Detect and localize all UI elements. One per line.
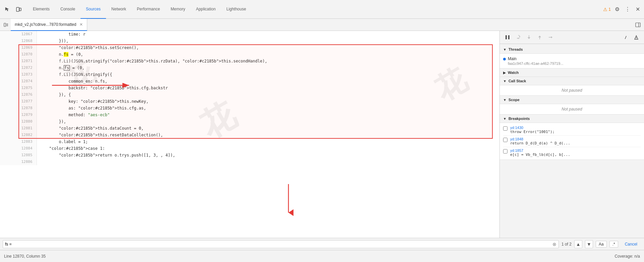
table-row: 12870 n.fs = (0,	[0, 51, 499, 58]
file-tab-mkd[interactable]: mkd_v2.js?cdnve...7870:formatted ✕	[11, 19, 87, 31]
settings-icon[interactable]: ⚙	[613, 5, 621, 14]
step-button[interactable]	[546, 33, 555, 42]
breakpoint-checkbox[interactable]	[503, 138, 507, 142]
inspect-element-button[interactable]	[3, 5, 12, 14]
line-number: 12867	[0, 31, 37, 38]
resume-button[interactable]	[503, 33, 512, 42]
threads-header[interactable]: ▼ Threads	[500, 45, 644, 54]
tab-network[interactable]: Network	[106, 0, 131, 19]
search-bar: ⊗ 1 of 2 ▲ ▼ Aa .* Cancel	[0, 238, 644, 250]
pause-on-exceptions-button[interactable]	[632, 33, 641, 42]
code-scroll[interactable]: 12867 time: r12868 })),12869 "color:#c21…	[0, 31, 499, 238]
step-over-button[interactable]	[514, 33, 523, 42]
svg-rect-0	[16, 7, 19, 11]
line-content: common_en: n.fs,	[37, 78, 499, 85]
breakpoints-header[interactable]: ▼ Breakpoints	[500, 115, 644, 123]
line-content: }), {	[37, 91, 499, 98]
scope-expand-icon: ▼	[503, 98, 506, 102]
table-row: 12881 "color:#c2185b">this.dataCount = 0…	[0, 125, 499, 132]
top-bar: Elements Console Sources Network Perform…	[0, 0, 644, 19]
close-devtools-icon[interactable]: ✕	[634, 5, 641, 14]
breakpoint-checkbox[interactable]	[503, 126, 507, 131]
scope-content: Not paused	[500, 104, 644, 115]
main-thread-item: Main faa1c947-cffc-41ae-a462-79719...	[503, 55, 641, 67]
line-content: f.Li)(JSON.stringify({	[37, 71, 499, 78]
breakpoint-item: yd:1857e[c] = Vb_fb_lb(d[c], b[...	[503, 147, 641, 158]
breakpoints-content: yd:1430throw Error("1001");yd:1848return…	[500, 123, 644, 160]
thread-id: faa1c947-cffc-41ae-a462-79719...	[508, 61, 564, 66]
table-row: 12883 o.label = 1;	[0, 138, 499, 145]
code-editor[interactable]: 花 花 花	[0, 31, 500, 238]
close-file-tab-icon[interactable]: ✕	[79, 22, 83, 27]
more-options-icon[interactable]: ⋮	[624, 5, 632, 14]
tab-memory[interactable]: Memory	[165, 0, 191, 19]
search-clear-icon[interactable]: ⊗	[552, 242, 556, 247]
breakpoint-item: yd:1430throw Error("1001");	[503, 124, 641, 136]
toggle-sidebar-button[interactable]	[1, 20, 11, 30]
line-number: 12883	[0, 138, 37, 145]
svg-marker-22	[551, 36, 552, 38]
line-number: 12886	[0, 159, 37, 165]
tab-lighthouse[interactable]: Lighthouse	[221, 0, 252, 19]
warning-badge[interactable]: ⚠ 1	[603, 7, 611, 12]
search-input-wrap[interactable]: ⊗	[3, 240, 559, 248]
tab-performance[interactable]: Performance	[131, 0, 165, 19]
match-case-button[interactable]: Aa	[596, 241, 607, 248]
threads-label: Threads	[508, 47, 523, 51]
warning-count: 1	[608, 7, 611, 12]
tab-application[interactable]: Application	[191, 0, 221, 19]
breakpoint-code: return D_d(D_d(a) ^ D_d(...	[510, 141, 570, 145]
scope-header[interactable]: ▼ Scope	[500, 96, 644, 104]
watch-header[interactable]: ▶ Watch	[500, 69, 644, 77]
svg-rect-1	[19, 8, 21, 11]
line-number: 12880	[0, 118, 37, 125]
table-row: 12872 n.fs = (0,	[0, 64, 499, 71]
status-bar: Line 12870, Column 35 Coverage: n/a	[0, 250, 644, 262]
line-content: method: "aes-ecb"	[37, 112, 499, 118]
code-table: 12867 time: r12868 })),12869 "color:#c21…	[0, 31, 499, 165]
toggle-device-button[interactable]	[14, 5, 23, 14]
search-prev-button[interactable]: ▲	[574, 240, 582, 248]
table-row: 12876 }), {	[0, 91, 499, 98]
table-row: 12878 as: "color:#c2185b">this.cfg.as,	[0, 105, 499, 112]
use-regex-button[interactable]: .*	[609, 241, 618, 248]
breakpoint-location: yd:1848	[510, 137, 570, 141]
svg-rect-2	[4, 23, 6, 27]
breakpoint-checkbox[interactable]	[503, 149, 507, 154]
search-cancel-button[interactable]: Cancel	[621, 241, 641, 247]
line-content: }),	[37, 118, 499, 125]
breakpoint-info: yd:1857e[c] = Vb_fb_lb(d[c], b[...	[510, 148, 570, 157]
line-content: time: r	[37, 31, 499, 38]
tab-elements[interactable]: Elements	[28, 0, 55, 19]
arrow-down-annotation	[275, 184, 302, 218]
watch-label: Watch	[508, 71, 519, 75]
toggle-panel-button[interactable]	[633, 20, 643, 30]
line-number: 12870	[0, 51, 37, 58]
line-number: 12874	[0, 78, 37, 85]
line-content: n.fs = (0,	[37, 64, 499, 71]
line-content: })),	[37, 38, 499, 44]
callstack-header[interactable]: ▼ Call Stack	[500, 77, 644, 85]
tab-sources[interactable]: Sources	[80, 0, 106, 19]
step-into-button[interactable]	[525, 33, 533, 42]
table-row: 12869 "color:#c2185b">this.setScreen(),	[0, 44, 499, 51]
breakpoint-code: throw Error("1001");	[510, 130, 554, 134]
callstack-content: Not paused	[500, 85, 644, 96]
line-content: f.Li)(JSON.stringify("color:#c2185b">thi…	[37, 58, 499, 64]
search-next-button[interactable]: ▼	[585, 240, 593, 248]
line-content: "color:#c2185b">this.setScreen(),	[37, 44, 499, 51]
debugger-controls: /	[500, 31, 644, 44]
deactivate-breakpoints-button[interactable]: /	[621, 33, 630, 42]
right-panel: / ▼ Threads Main f	[500, 31, 644, 238]
line-number: 12873	[0, 71, 37, 78]
step-out-button[interactable]	[535, 33, 544, 42]
line-number: 12876	[0, 91, 37, 98]
table-row: 12882 "color:#c2185b">this.resetDataColl…	[0, 132, 499, 138]
search-input[interactable]	[5, 242, 552, 247]
tab-console[interactable]: Console	[55, 0, 80, 19]
line-content: key: "color:#c2185b">this.newKey,	[37, 98, 499, 105]
table-row: 12868 })),	[0, 38, 499, 44]
tab-navigation: Elements Console Sources Network Perform…	[28, 0, 602, 19]
line-content: "color:#c2185b">this.dataCount = 0,	[37, 125, 499, 132]
breakpoints-label: Breakpoints	[508, 117, 530, 121]
